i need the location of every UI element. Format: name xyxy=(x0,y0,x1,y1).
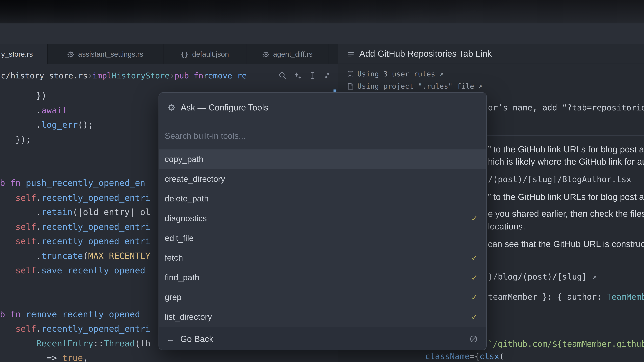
tool-name: find_path xyxy=(165,273,200,282)
modal-footer[interactable]: ← Go Back xyxy=(159,327,486,350)
file-icon xyxy=(348,83,354,90)
rules-section: Using 3 user rules↗Using project ".rules… xyxy=(338,64,644,91)
agent-thread-title: Add GitHub Repositories Tab Link xyxy=(360,49,492,59)
configure-tools-modal: Ask — Configure Tools copy_pathcreate_di… xyxy=(158,92,487,350)
editor-toolbar: c/history_store.rs › impl HistoryStore ›… xyxy=(0,64,338,87)
back-arrow-icon: ← xyxy=(166,334,175,344)
braces-icon: {} xyxy=(180,50,188,58)
tool-name: copy_path xyxy=(165,154,204,164)
search-icon[interactable] xyxy=(277,70,288,81)
tool-name: grep xyxy=(165,292,182,302)
tool-name: diagnostics xyxy=(165,213,207,223)
text-cursor-icon[interactable] xyxy=(306,70,318,81)
editor-action-icons xyxy=(277,70,333,81)
tool-grep[interactable]: grep✓ xyxy=(159,287,486,307)
tool-edit_file[interactable]: edit_file xyxy=(159,228,486,248)
tab-y-store-rs[interactable]: y_store.rs xyxy=(0,44,48,64)
tab-agent-diff-rs[interactable]: agent_diff.rs xyxy=(246,44,329,64)
rule-link[interactable]: Using project ".rules" file↗ xyxy=(348,81,644,91)
titlebar-band xyxy=(0,23,644,44)
tab-label: agent_diff.rs xyxy=(273,50,312,58)
search-input[interactable] xyxy=(165,131,480,141)
tool-fetch[interactable]: fetch✓ xyxy=(159,248,486,268)
modal-search-row xyxy=(159,122,486,149)
tab-label: assistant_settings.rs xyxy=(78,50,143,58)
check-icon: ✓ xyxy=(471,293,478,302)
tool-diagnostics[interactable]: diagnostics✓ xyxy=(159,209,486,228)
tab-label: y_store.rs xyxy=(1,50,33,58)
tool-name: edit_file xyxy=(165,233,194,243)
thread-list-icon[interactable] xyxy=(347,50,354,58)
rust-gear-icon xyxy=(262,51,270,58)
rule-label: Using 3 user rules xyxy=(358,70,435,78)
tool-copy_path[interactable]: copy_path xyxy=(159,149,486,169)
tool-list: copy_pathcreate_directorydelete_pathdiag… xyxy=(159,149,486,327)
tool-name: create_directory xyxy=(165,174,225,184)
tool-name: fetch xyxy=(165,253,183,263)
sparkle-icon[interactable] xyxy=(292,70,303,81)
breadcrumb[interactable]: c/history_store.rs › impl HistoryStore ›… xyxy=(1,64,247,87)
breadcrumb-fade xyxy=(245,64,280,87)
code-editor-window: y_store.rsassistant_settings.rs{}default… xyxy=(0,0,644,362)
tool-name: delete_path xyxy=(165,194,209,204)
tool-name: list_directory xyxy=(165,312,212,322)
tool-find_path[interactable]: find_path✓ xyxy=(159,268,486,287)
tool-delete_path[interactable]: delete_path xyxy=(159,189,486,209)
tab-assistant-settings-rs[interactable]: assistant_settings.rs xyxy=(48,44,164,64)
rule-link[interactable]: Using 3 user rules↗ xyxy=(348,68,644,79)
external-link-icon: ↗ xyxy=(440,70,443,77)
window-top-band xyxy=(0,0,644,23)
rule-label: Using project ".rules" file xyxy=(358,82,474,90)
tab-default-json[interactable]: {}default.json xyxy=(164,44,246,64)
modal-header: Ask — Configure Tools xyxy=(159,93,486,122)
modal-title: Ask — Configure Tools xyxy=(181,102,268,112)
tab-label: default.json xyxy=(192,50,229,58)
doc-icon xyxy=(348,70,354,77)
go-back-label: Go Back xyxy=(180,334,213,344)
tool-create_directory[interactable]: create_directory xyxy=(159,169,486,189)
filter-icon[interactable] xyxy=(321,70,333,81)
check-icon: ✓ xyxy=(471,253,478,263)
editor-tab-bar: y_store.rsassistant_settings.rs{}default… xyxy=(0,44,338,64)
agent-panel-header: Add GitHub Repositories Tab Link xyxy=(338,44,644,64)
external-link-icon: ↗ xyxy=(479,82,482,89)
reset-circle-icon[interactable] xyxy=(469,334,478,344)
gear-icon xyxy=(168,104,176,111)
check-icon: ✓ xyxy=(471,214,478,223)
check-icon: ✓ xyxy=(471,312,478,322)
check-icon: ✓ xyxy=(471,273,478,282)
tool-list_directory[interactable]: list_directory✓ xyxy=(159,307,486,327)
rust-gear-icon xyxy=(68,51,74,58)
